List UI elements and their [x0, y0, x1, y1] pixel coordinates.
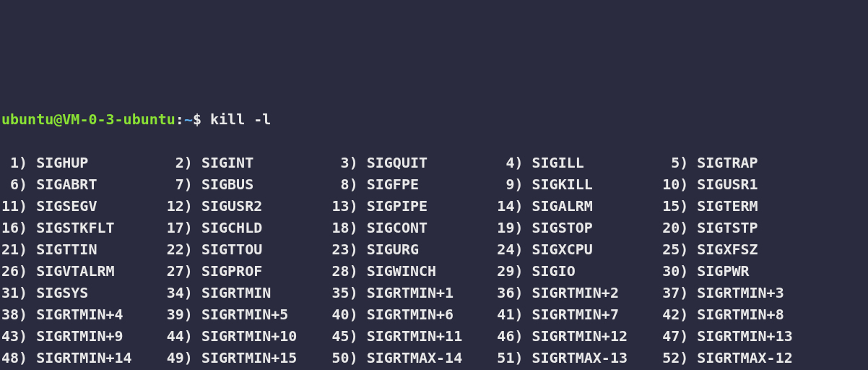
signal-entry: 11) SIGSEGV [1, 197, 167, 215]
signal-entry: 4) SIGILL [497, 154, 662, 171]
signal-row: 21) SIGTTIN 22) SIGTTOU 23) SIGURG 24) S… [1, 238, 867, 260]
signal-row: 38) SIGRTMIN+4 39) SIGRTMIN+5 40) SIGRTM… [1, 304, 867, 325]
command-text: kill -l [210, 111, 271, 128]
signal-row: 1) SIGHUP 2) SIGINT 3) SIGQUIT 4) SIGILL… [1, 152, 867, 173]
prompt-host: VM-0-3-ubuntu [62, 111, 175, 128]
signal-entry: 25) SIGXFSZ [662, 241, 758, 258]
signal-entry: 7) SIGBUS [167, 176, 332, 193]
signal-entry: 16) SIGSTKFLT [1, 219, 167, 236]
signal-entry: 43) SIGRTMIN+9 [1, 327, 167, 345]
signal-entry: 8) SIGFPE [332, 176, 498, 193]
signal-entry: 24) SIGXCPU [497, 241, 662, 258]
signal-entry: 30) SIGPWR [662, 262, 749, 280]
signal-row: 26) SIGVTALRM 27) SIGPROF 28) SIGWINCH 2… [1, 260, 867, 282]
signal-entry: 48) SIGRTMIN+14 [1, 349, 167, 366]
signal-entry: 13) SIGPIPE [332, 197, 498, 215]
command-line: ubuntu@VM-0-3-ubuntu:~$ kill -l [1, 108, 867, 130]
signal-entry: 26) SIGVTALRM [1, 262, 167, 280]
signal-entry: 21) SIGTTIN [1, 241, 167, 258]
signal-entry: 23) SIGURG [332, 241, 498, 258]
signal-entry: 45) SIGRTMIN+11 [332, 327, 498, 345]
signal-entry: 50) SIGRTMAX-14 [332, 349, 498, 366]
signal-entry: 17) SIGCHLD [167, 219, 332, 236]
prompt-colon: : [175, 111, 184, 128]
signal-entry: 6) SIGABRT [1, 176, 167, 193]
signal-entry: 29) SIGIO [497, 262, 662, 280]
signal-entry: 51) SIGRTMAX-13 [497, 349, 662, 366]
prompt-user: ubuntu [1, 111, 53, 128]
signal-entry: 36) SIGRTMIN+2 [497, 284, 662, 301]
signal-entry: 5) SIGTRAP [662, 154, 758, 171]
signal-entry: 1) SIGHUP [1, 154, 167, 171]
signal-entry: 44) SIGRTMIN+10 [167, 327, 332, 345]
signal-entry: 3) SIGQUIT [332, 154, 498, 171]
prompt-path: ~ [184, 111, 193, 128]
signal-entry: 34) SIGRTMIN [167, 284, 332, 301]
signal-entry: 49) SIGRTMIN+15 [167, 349, 332, 366]
signal-row: 48) SIGRTMIN+14 49) SIGRTMIN+15 50) SIGR… [1, 347, 867, 369]
signal-row: 6) SIGABRT 7) SIGBUS 8) SIGFPE 9) SIGKIL… [1, 173, 867, 195]
signal-entry: 35) SIGRTMIN+1 [332, 284, 498, 301]
signal-entry: 40) SIGRTMIN+6 [332, 306, 498, 323]
signal-row: 31) SIGSYS 34) SIGRTMIN 35) SIGRTMIN+1 3… [1, 282, 867, 304]
signal-entry: 39) SIGRTMIN+5 [167, 306, 332, 323]
signal-entry: 31) SIGSYS [1, 284, 167, 301]
signal-entry: 28) SIGWINCH [332, 262, 498, 280]
signal-entry: 10) SIGUSR1 [662, 176, 758, 193]
signal-row: 11) SIGSEGV 12) SIGUSR2 13) SIGPIPE 14) … [1, 195, 867, 217]
signal-entry: 20) SIGTSTP [662, 219, 758, 236]
signal-entry: 42) SIGRTMIN+8 [662, 306, 784, 323]
signal-list: 1) SIGHUP 2) SIGINT 3) SIGQUIT 4) SIGILL… [1, 152, 867, 370]
prompt-at: @ [53, 111, 62, 128]
signal-entry: 37) SIGRTMIN+3 [662, 284, 784, 301]
prompt-dollar: $ [193, 111, 201, 128]
signal-entry: 22) SIGTTOU [167, 241, 332, 258]
signal-entry: 47) SIGRTMIN+13 [662, 327, 793, 345]
signal-entry: 18) SIGCONT [332, 219, 498, 236]
signal-entry: 14) SIGALRM [497, 197, 662, 215]
signal-entry: 9) SIGKILL [497, 176, 662, 193]
signal-entry: 46) SIGRTMIN+12 [497, 327, 662, 345]
terminal[interactable]: ubuntu@VM-0-3-ubuntu:~$ kill -l 1) SIGHU… [0, 87, 868, 370]
signal-entry: 19) SIGSTOP [497, 219, 662, 236]
signal-row: 43) SIGRTMIN+9 44) SIGRTMIN+10 45) SIGRT… [1, 325, 867, 347]
signal-entry: 27) SIGPROF [167, 262, 332, 280]
signal-entry: 2) SIGINT [167, 154, 332, 171]
signal-entry: 12) SIGUSR2 [167, 197, 332, 215]
signal-entry: 15) SIGTERM [662, 197, 758, 215]
prompt-space [201, 111, 210, 128]
signal-entry: 41) SIGRTMIN+7 [497, 306, 662, 323]
signal-entry: 38) SIGRTMIN+4 [1, 306, 167, 323]
signal-row: 16) SIGSTKFLT 17) SIGCHLD 18) SIGCONT 19… [1, 217, 867, 238]
signal-entry: 52) SIGRTMAX-12 [662, 349, 793, 366]
